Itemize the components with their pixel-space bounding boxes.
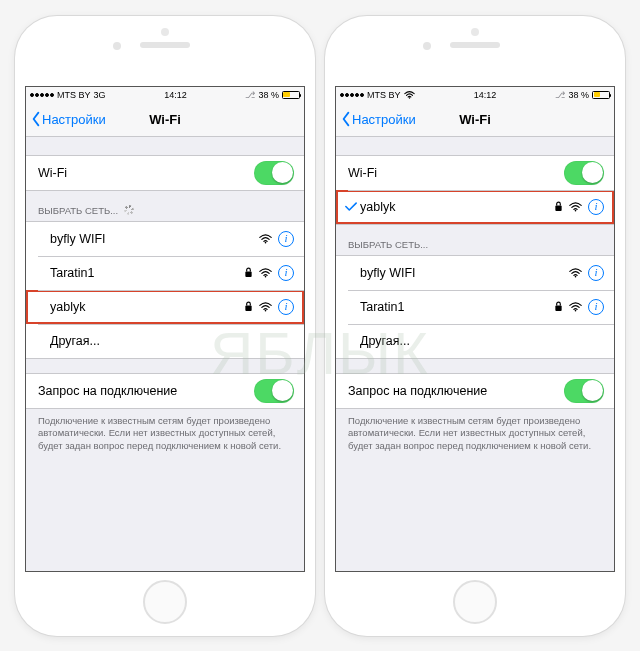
ask-label: Запрос на подключение [348,384,564,398]
svg-point-8 [575,275,577,277]
other-label: Другая... [38,334,294,348]
wifi-switch[interactable] [254,161,294,185]
back-button[interactable]: Настройки [336,111,416,127]
svg-point-7 [575,209,577,211]
status-bar: MTS BY 3G 14:12 ⎇ 38 % [26,87,304,103]
network-row-yablyk[interactable]: yablyk i [26,290,304,324]
phone-frame-left: MTS BY 3G 14:12 ⎇ 38 % Настройки Wi-Fi W… [15,16,315,636]
carrier-label: MTS BY [367,90,401,100]
wifi-label: Wi-Fi [38,166,254,180]
info-icon[interactable]: i [278,265,294,281]
signal-dots [30,93,54,97]
wifi-status-icon [404,91,415,99]
ask-footer: Подключение к известным сетям будет прои… [336,409,614,453]
svg-rect-3 [245,306,251,311]
phone-frame-right: MTS BY 14:12 ⎇ 38 % Настройки Wi-Fi Wi-F… [325,16,625,636]
svg-rect-9 [555,306,561,311]
status-time: 14:12 [474,90,497,100]
wifi-switch[interactable] [564,161,604,185]
wifi-toggle-row[interactable]: Wi-Fi [26,155,304,191]
svg-point-10 [575,309,577,311]
wifi-icon [259,268,272,278]
lock-icon [554,201,563,212]
network-row[interactable]: byfly WIFI i [336,256,614,290]
screen-left: MTS BY 3G 14:12 ⎇ 38 % Настройки Wi-Fi W… [25,86,305,572]
lock-icon [244,267,253,278]
wifi-icon [259,302,272,312]
back-label: Настройки [352,112,416,127]
info-icon[interactable]: i [588,199,604,215]
network-label: 3G [94,90,106,100]
home-button[interactable] [453,580,497,624]
status-time: 14:12 [164,90,187,100]
wifi-icon [569,268,582,278]
lock-icon [244,301,253,312]
network-name: yablyk [360,200,554,214]
choose-network-header: ВЫБРАТЬ СЕТЬ... [26,205,304,221]
network-name: yablyk [38,300,244,314]
wifi-icon [569,302,582,312]
ask-to-join-row[interactable]: Запрос на подключение [26,374,304,408]
svg-point-2 [265,275,267,277]
navbar: Настройки Wi-Fi [26,103,304,137]
checkmark-icon [344,202,358,212]
chevron-left-icon [30,111,42,127]
ask-footer: Подключение к известным сетям будет прои… [26,409,304,453]
chevron-left-icon [340,111,352,127]
status-bar: MTS BY 14:12 ⎇ 38 % [336,87,614,103]
svg-rect-6 [555,206,561,211]
info-icon[interactable]: i [278,231,294,247]
network-row[interactable]: byfly WIFI i [26,222,304,256]
svg-point-5 [408,97,409,98]
network-row[interactable]: Taratin1 i [336,290,614,324]
info-icon[interactable]: i [588,299,604,315]
svg-point-4 [265,309,267,311]
ask-switch[interactable] [254,379,294,403]
other-network-row[interactable]: Другая... [26,324,304,358]
info-icon[interactable]: i [278,299,294,315]
wifi-icon [259,234,272,244]
other-network-row[interactable]: Другая... [336,324,614,358]
network-row[interactable]: Taratin1 i [26,256,304,290]
signal-dots [340,93,364,97]
ask-label: Запрос на подключение [38,384,254,398]
ask-switch[interactable] [564,379,604,403]
wifi-toggle-row[interactable]: Wi-Fi [336,156,614,190]
battery-percent: 38 % [568,90,589,100]
back-button[interactable]: Настройки [26,111,106,127]
carrier-label: MTS BY [57,90,91,100]
battery-percent: 38 % [258,90,279,100]
navbar: Настройки Wi-Fi [336,103,614,137]
network-name: Taratin1 [38,266,244,280]
network-name: byfly WIFI [38,232,259,246]
network-name: Taratin1 [348,300,554,314]
svg-point-0 [265,241,267,243]
battery-icon [282,91,300,99]
bluetooth-icon: ⎇ [555,90,565,100]
wifi-label: Wi-Fi [348,166,564,180]
spinner-icon [124,205,134,215]
ask-to-join-row[interactable]: Запрос на подключение [336,374,614,408]
wifi-icon [569,202,582,212]
other-label: Другая... [348,334,604,348]
screen-right: MTS BY 14:12 ⎇ 38 % Настройки Wi-Fi Wi-F… [335,86,615,572]
info-icon[interactable]: i [588,265,604,281]
network-name: byfly WIFI [348,266,569,280]
home-button[interactable] [143,580,187,624]
back-label: Настройки [42,112,106,127]
lock-icon [554,301,563,312]
svg-rect-1 [245,272,251,277]
battery-icon [592,91,610,99]
connected-network-row[interactable]: yablyk i [336,190,614,224]
choose-network-header: ВЫБРАТЬ СЕТЬ... [336,239,614,255]
bluetooth-icon: ⎇ [245,90,255,100]
